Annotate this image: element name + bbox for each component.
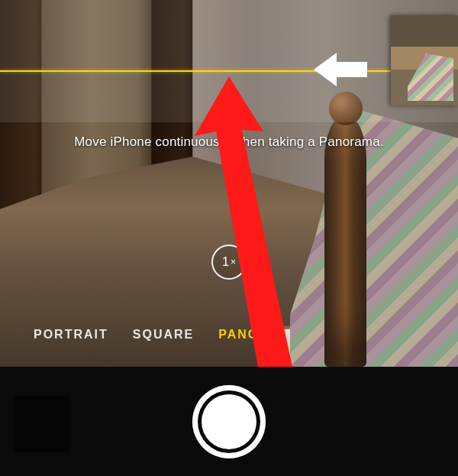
zoom-suffix: × [231, 257, 236, 267]
last-photo-thumbnail[interactable] [14, 396, 70, 452]
camera-bottom-bar [0, 367, 458, 476]
camera-mode-row: PORTRAIT SQUARE PANO [0, 323, 458, 346]
zoom-button[interactable]: 1 × [211, 244, 247, 280]
camera-viewfinder[interactable]: Move iPhone continuously when taking a P… [0, 0, 458, 367]
arrow-left-icon [314, 50, 367, 89]
shutter-button[interactable] [192, 385, 266, 458]
svg-marker-0 [314, 53, 367, 86]
pano-preview-strip [391, 15, 458, 105]
pano-top-band [0, 0, 458, 122]
zoom-value: 1 [222, 255, 229, 269]
pano-instruction-text: Move iPhone continuously when taking a P… [0, 134, 458, 150]
mode-square[interactable]: SQUARE [133, 328, 194, 342]
mode-pano[interactable]: PANO [218, 328, 259, 342]
pano-guideline [0, 70, 458, 72]
pano-direction-arrow[interactable] [314, 50, 367, 89]
mode-portrait[interactable]: PORTRAIT [34, 328, 108, 342]
